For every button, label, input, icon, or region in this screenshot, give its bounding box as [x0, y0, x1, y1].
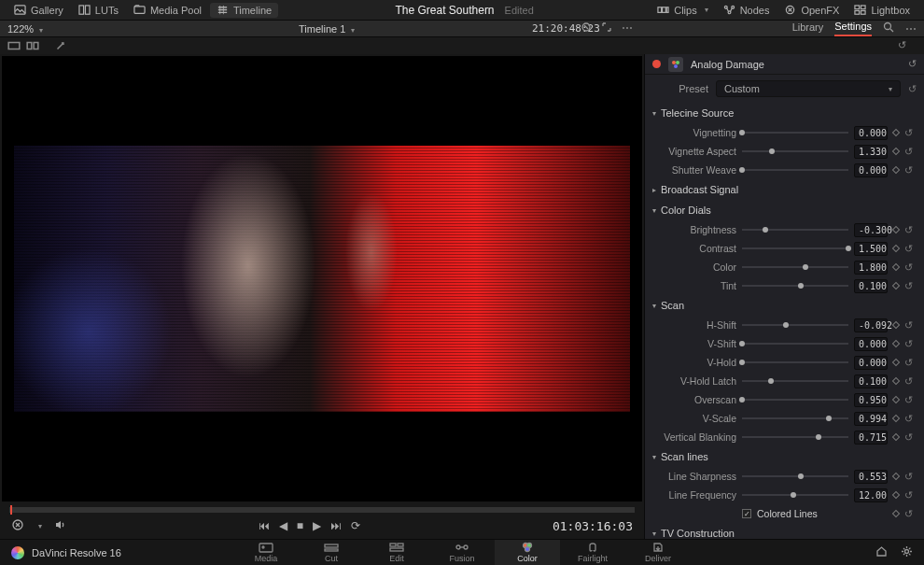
param-slider[interactable]: [742, 279, 848, 292]
param-slider[interactable]: [742, 356, 848, 369]
openfx-tab[interactable]: OpenFX: [777, 3, 846, 18]
audio-icon[interactable]: [53, 518, 66, 534]
stop-icon[interactable]: ■: [297, 519, 303, 532]
zoom-level[interactable]: 122% ▾: [7, 23, 43, 35]
keyframe-icon[interactable]: [892, 377, 900, 385]
section-scan[interactable]: ▾Scan: [645, 295, 920, 316]
prev-frame-icon[interactable]: ◀: [279, 519, 287, 532]
section-broadcast[interactable]: ▸Broadcast Signal: [645, 179, 920, 200]
preset-select[interactable]: Custom ▾: [716, 80, 901, 97]
keyframe-icon[interactable]: [892, 245, 900, 252]
param-slider[interactable]: [742, 126, 848, 139]
luts-tab[interactable]: LUTs: [72, 3, 125, 18]
page-color[interactable]: Color: [495, 540, 560, 565]
fx-toggle-icon[interactable]: [11, 518, 24, 534]
param-reset-icon[interactable]: ↺: [904, 431, 913, 444]
chevron-down-icon[interactable]: ▾: [38, 522, 42, 530]
param-slider[interactable]: [742, 431, 848, 444]
param-slider[interactable]: [742, 393, 848, 406]
more-icon[interactable]: ⋯: [622, 21, 633, 35]
highlight-icon[interactable]: [54, 39, 67, 52]
page-media[interactable]: Media: [233, 540, 299, 565]
search-icon[interactable]: [883, 21, 894, 35]
timeline-tab[interactable]: Timeline: [210, 3, 278, 18]
page-deliver[interactable]: Deliver: [625, 540, 691, 565]
split-icon[interactable]: [26, 39, 39, 52]
param-value[interactable]: 0.000: [854, 337, 888, 351]
loop-icon[interactable]: ⟳: [351, 519, 360, 532]
param-slider[interactable]: [742, 318, 848, 332]
last-frame-icon[interactable]: ⏭: [330, 519, 342, 532]
page-fairlight[interactable]: Fairlight: [560, 540, 625, 565]
page-edit[interactable]: Edit: [364, 540, 429, 565]
keyframe-icon[interactable]: [892, 148, 900, 155]
section-color-dials[interactable]: ▾Color Dials: [645, 200, 920, 220]
param-value[interactable]: -0.092: [854, 318, 888, 332]
expand-icon[interactable]: [601, 21, 612, 35]
first-frame-icon[interactable]: ⏮: [259, 519, 270, 532]
keyframe-icon[interactable]: [892, 433, 900, 441]
param-value[interactable]: 0.994: [854, 412, 888, 426]
gear-icon[interactable]: [901, 545, 913, 559]
viewer-canvas[interactable]: [2, 56, 642, 501]
keyframe-icon[interactable]: [892, 340, 900, 347]
timeline-selector[interactable]: Timeline 1 ▾: [299, 23, 355, 35]
page-fusion[interactable]: Fusion: [429, 540, 495, 565]
param-reset-icon[interactable]: ↺: [904, 338, 913, 350]
param-reset-icon[interactable]: ↺: [904, 394, 913, 406]
param-value[interactable]: 0.000: [854, 126, 888, 140]
param-reset-icon[interactable]: ↺: [904, 261, 913, 274]
mini-timeline[interactable]: [9, 507, 635, 513]
inspector-scroll[interactable]: ▾Telecine Source Vignetting 0.000 ↺ Vign…: [645, 103, 924, 539]
clips-tab[interactable]: Clips ▾: [651, 3, 714, 18]
param-value[interactable]: -0.300: [854, 223, 888, 237]
nodes-tab[interactable]: Nodes: [717, 3, 777, 18]
param-value[interactable]: 1.500: [854, 242, 888, 256]
section-telecine[interactable]: ▾Telecine Source: [645, 103, 920, 123]
picker-icon[interactable]: [7, 39, 21, 52]
bypass-icon[interactable]: [581, 21, 592, 35]
param-reset-icon[interactable]: ↺: [904, 146, 913, 158]
reset-all-icon[interactable]: ↺: [898, 39, 911, 52]
param-value[interactable]: 12.00: [854, 488, 888, 502]
param-slider[interactable]: [742, 337, 848, 350]
keyframe-icon[interactable]: [892, 282, 900, 290]
section-scan-lines[interactable]: ▾Scan lines: [645, 446, 920, 467]
param-reset-icon[interactable]: ↺: [904, 224, 913, 236]
param-value[interactable]: 0.715: [854, 431, 888, 445]
param-reset-icon[interactable]: ↺: [904, 243, 913, 255]
param-reset-icon[interactable]: ↺: [904, 375, 913, 388]
lightbox-tab[interactable]: Lightbox: [847, 3, 917, 18]
param-reset-icon[interactable]: ↺: [904, 471, 913, 483]
playhead[interactable]: [10, 505, 12, 515]
param-slider[interactable]: [742, 374, 848, 388]
more-menu-icon[interactable]: ⋯: [905, 22, 917, 35]
gallery-tab[interactable]: Gallery: [7, 3, 70, 18]
keyframe-icon[interactable]: [892, 473, 900, 480]
param-value[interactable]: 0.000: [854, 163, 888, 177]
keyframe-icon[interactable]: [892, 415, 900, 422]
keyframe-icon[interactable]: [892, 226, 900, 233]
param-slider[interactable]: [742, 223, 848, 236]
library-tab[interactable]: Library: [792, 21, 824, 35]
param-slider[interactable]: [742, 488, 848, 501]
param-reset-icon[interactable]: ↺: [904, 413, 913, 425]
keyframe-icon[interactable]: [892, 510, 900, 517]
param-slider[interactable]: [742, 412, 848, 425]
page-cut[interactable]: Cut: [299, 540, 364, 565]
param-reset-icon[interactable]: ↺: [904, 164, 913, 177]
param-slider[interactable]: [742, 242, 848, 255]
param-value[interactable]: 0.100: [854, 374, 888, 388]
param-value[interactable]: 1.330: [854, 145, 888, 159]
param-slider[interactable]: [742, 261, 848, 274]
param-value[interactable]: 1.800: [854, 261, 888, 275]
param-reset-icon[interactable]: ↺: [904, 280, 913, 292]
viewer-timecode[interactable]: 01:03:16:03: [553, 519, 633, 533]
keyframe-icon[interactable]: [892, 129, 900, 136]
param-slider[interactable]: [742, 163, 848, 177]
keyframe-icon[interactable]: [892, 491, 900, 499]
enable-dot-icon[interactable]: [652, 60, 661, 68]
keyframe-icon[interactable]: [892, 359, 900, 366]
section-tv[interactable]: ▾TV Construction: [645, 523, 920, 539]
param-value[interactable]: 0.000: [854, 356, 888, 370]
